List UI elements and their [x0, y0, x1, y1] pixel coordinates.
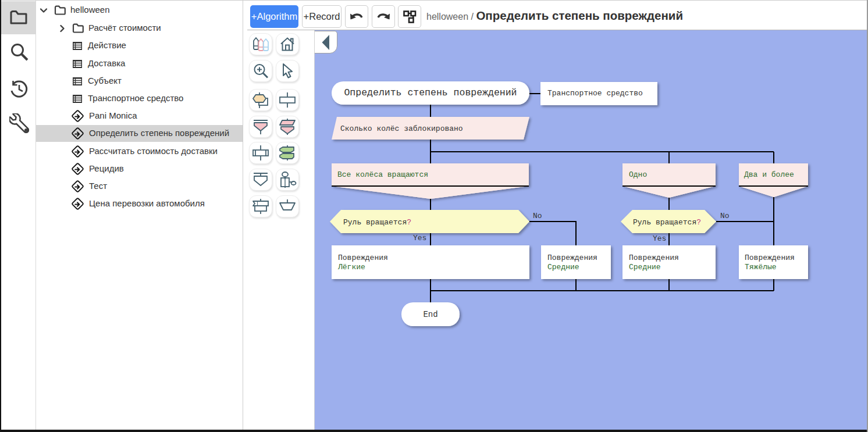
svg-text:Yes: Yes: [413, 234, 426, 242]
svg-text:Сколько колёс заблокировано: Сколько колёс заблокировано: [340, 124, 463, 133]
svg-text:Повреждения: Повреждения: [338, 254, 388, 262]
svg-text:Одно: Одно: [629, 170, 647, 179]
svg-text:Лёгкие: Лёгкие: [337, 263, 365, 272]
svg-text:Транспортное средство: Транспортное средство: [547, 89, 643, 98]
svg-text:No: No: [533, 212, 542, 220]
svg-text:No: No: [720, 212, 730, 220]
svg-text:Руль вращается?: Руль вращается?: [633, 218, 701, 227]
svg-text:Руль вращается?: Руль вращается?: [343, 218, 411, 227]
svg-text:Определить степень повреждений: Определить степень повреждений: [344, 87, 517, 98]
svg-text:End: End: [423, 310, 437, 319]
svg-text:Средние: Средние: [547, 263, 579, 272]
svg-text:Yes: Yes: [653, 234, 666, 243]
svg-text:Два и более: Два и более: [744, 170, 794, 179]
svg-text:Тяжёлые: Тяжёлые: [745, 263, 777, 272]
svg-text:Средние: Средние: [629, 263, 661, 272]
svg-text:Повреждения: Повреждения: [629, 254, 679, 262]
svg-text:Повреждения: Повреждения: [745, 254, 795, 262]
svg-text:Все колёса вращаются: Все колёса вращаются: [337, 170, 428, 179]
svg-text:Повреждения: Повреждения: [547, 254, 597, 262]
